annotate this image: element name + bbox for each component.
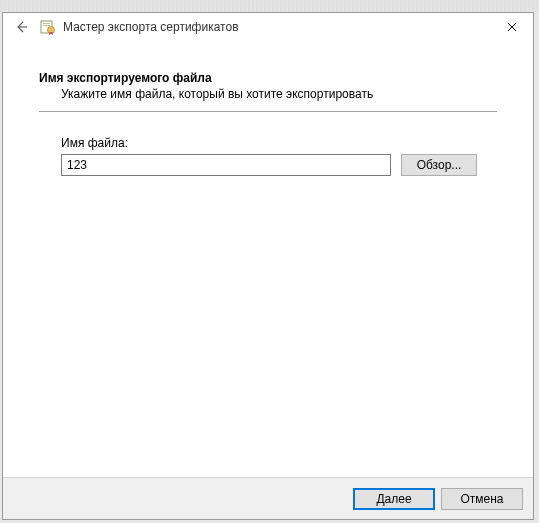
browse-button[interactable]: Обзор... xyxy=(401,154,477,176)
back-button[interactable] xyxy=(9,15,33,39)
certificate-wizard-icon xyxy=(39,18,57,36)
filename-label: Имя файла: xyxy=(61,136,497,150)
background-strip xyxy=(0,0,539,12)
page-subheading: Укажите имя файла, который вы хотите экс… xyxy=(61,87,497,101)
titlebar: Мастер экспорта сертификатов xyxy=(3,13,533,41)
wizard-content: Имя экспортируемого файла Укажите имя фа… xyxy=(3,41,533,477)
close-button[interactable] xyxy=(491,13,533,41)
page-heading: Имя экспортируемого файла xyxy=(39,71,497,85)
next-button[interactable]: Далее xyxy=(353,488,435,510)
filename-group: Имя файла: Обзор... xyxy=(61,136,497,176)
filename-row: Обзор... xyxy=(61,154,497,176)
wizard-window: Мастер экспорта сертификатов Имя экспорт… xyxy=(2,12,534,520)
cancel-button[interactable]: Отмена xyxy=(441,488,523,510)
wizard-footer: Далее Отмена xyxy=(3,477,533,519)
divider xyxy=(39,111,497,112)
svg-rect-2 xyxy=(43,25,50,26)
window-title: Мастер экспорта сертификатов xyxy=(63,20,239,34)
close-icon xyxy=(507,22,517,32)
svg-rect-1 xyxy=(43,23,50,24)
back-arrow-icon xyxy=(13,19,29,35)
filename-input[interactable] xyxy=(61,154,391,176)
